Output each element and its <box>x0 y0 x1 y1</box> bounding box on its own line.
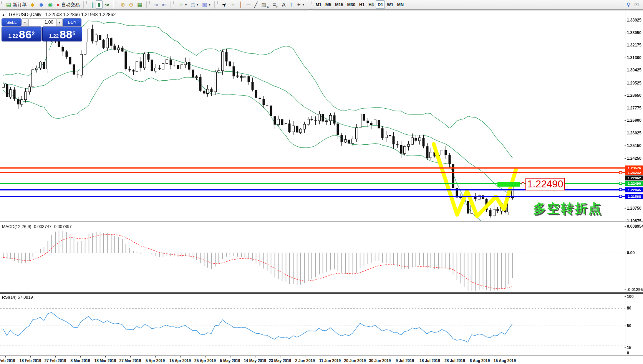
tf-mn-button[interactable]: MN <box>395 0 406 9</box>
indicators-button[interactable]: ＋▾ <box>176 0 189 9</box>
terminal-button[interactable]: ☻ <box>36 0 46 9</box>
hline-button[interactable]: ─ <box>245 0 252 9</box>
toolbar-drag-handle[interactable] <box>173 1 175 8</box>
rsi-indicator-label: RSI(14) 57.0819 <box>2 295 33 299</box>
date-axis-tick <box>405 356 405 357</box>
level-line-handle[interactable] <box>619 188 622 191</box>
level-line-handle[interactable] <box>619 195 622 198</box>
metaeditor-button[interactable]: ◆ <box>28 0 36 9</box>
turning-point-annotation[interactable]: 多空转折点 <box>533 200 602 217</box>
cursor-button[interactable]: ➤ <box>220 0 229 9</box>
volume-input[interactable]: 1.00 <box>28 18 56 26</box>
toolbar-separator <box>171 1 171 8</box>
vline-icon: │ <box>239 2 243 7</box>
toolbar-group: ⇥⇤ <box>151 0 169 10</box>
price-level-line[interactable] <box>0 167 625 169</box>
buy-button[interactable]: BUY <box>63 18 81 26</box>
volume-increase-button[interactable]: ▲ <box>56 18 63 26</box>
macd-pane-separator[interactable] <box>0 222 643 223</box>
periods-button[interactable]: ◷▾ <box>189 0 200 9</box>
tf-d1-button[interactable]: D1 <box>376 0 385 9</box>
templates-button[interactable]: ▧▾ <box>200 0 212 9</box>
timeframe-label: H1 <box>359 2 365 7</box>
tf-m30-button[interactable]: M30 <box>345 0 357 9</box>
sell-price-small: 1.22 <box>8 32 18 40</box>
indicators-icon: ＋ <box>178 2 184 7</box>
shapes-button[interactable]: ✦▾ <box>295 0 306 9</box>
fibonacci-button[interactable]: ≡F <box>271 0 280 9</box>
trendline-button[interactable]: ╱ <box>252 0 259 9</box>
price-level-line[interactable] <box>0 196 625 197</box>
sell-price-display[interactable]: 1.22 86 2 <box>2 26 41 41</box>
date-axis-label: 20 Jun 2019 <box>344 359 366 363</box>
toolbar-drag-handle[interactable] <box>149 1 151 8</box>
level-line-handle[interactable] <box>619 182 622 185</box>
tf-h1-button[interactable]: H1 <box>357 0 366 9</box>
toolbar-group: ➤＋│─╱▨E≡FAT✦▾ <box>219 0 307 10</box>
vline-button[interactable]: │ <box>237 0 245 9</box>
level-line-handle[interactable] <box>619 171 622 174</box>
rsi-pane-separator[interactable] <box>0 292 643 294</box>
tf-m1-button[interactable]: M1 <box>314 0 323 9</box>
date-axis-tick <box>505 356 505 357</box>
tf-h4-button[interactable]: H4 <box>366 0 376 9</box>
bar-chart-button[interactable]: ∥ <box>89 0 96 9</box>
toolbar-drag-handle[interactable] <box>86 1 88 8</box>
signals-button[interactable]: ◉ <box>46 0 55 9</box>
volume-decrease-button[interactable]: ▼ <box>22 18 28 26</box>
price-level-tag: 1.23232 <box>625 170 643 175</box>
toolbar-drag-handle[interactable] <box>115 1 117 8</box>
toolbar-drag-handle[interactable] <box>217 1 219 8</box>
buy-price-display[interactable]: 1.22 88 5 <box>42 26 82 41</box>
tile-windows-button[interactable]: ▦ <box>135 0 144 9</box>
chat-button[interactable]: ✉ <box>632 0 641 9</box>
line-chart-button[interactable]: ↝ <box>103 0 111 9</box>
tf-m5-button[interactable]: M5 <box>323 0 333 9</box>
signals-icon: ◉ <box>48 2 53 7</box>
label-button[interactable]: T <box>287 0 295 9</box>
sell-price-big: 86 <box>19 29 31 40</box>
toolbar-separator <box>214 1 215 8</box>
toolbar-drag-handle[interactable] <box>310 1 312 8</box>
toolbar: ▤新订单◆☻◉●自动交易∥▮↝⊕⊖▦⇥⇤＋▾◷▾▧▾➤＋│─╱▨E≡FAT✦▾M… <box>0 0 643 10</box>
callout-handle[interactable] <box>522 182 524 185</box>
date-axis-tick <box>205 356 205 357</box>
buy-price-small: 1.22 <box>49 32 59 40</box>
price-callout-label[interactable]: 1.22490 <box>525 178 565 190</box>
candlestick-button[interactable]: ▮ <box>96 0 103 9</box>
autotrading-button[interactable]: ●自动交易 <box>55 0 81 9</box>
date-axis-tick <box>130 356 131 357</box>
toolbar-group: M1M5M15M30H1H4D1W1MN <box>313 0 406 10</box>
chart-header: ▲ GBPUSD-,Daily 1.22503 1.22866 1.21938 … <box>2 12 116 17</box>
collapse-chart-icon[interactable]: ▲ <box>2 13 5 17</box>
chart-window[interactable]: ▲ GBPUSD-,Daily 1.22503 1.22866 1.21938 … <box>0 10 643 364</box>
sell-button[interactable]: SELL <box>2 18 22 26</box>
date-axis-tick <box>230 356 230 357</box>
zoom-in-button[interactable]: ⊕ <box>119 0 127 9</box>
date-axis-tick <box>455 356 455 357</box>
new-order-button[interactable]: ▤新订单 <box>4 0 28 9</box>
zoom-out-button[interactable]: ⊖ <box>127 0 136 9</box>
price-level-line[interactable] <box>0 172 625 173</box>
date-axis-label: 28 Jul 2019 <box>444 359 465 363</box>
text-button[interactable]: A <box>280 0 287 9</box>
shift-end-button[interactable]: ⇥ <box>152 0 161 9</box>
crosshair-button[interactable]: ＋ <box>228 0 237 9</box>
cursor-icon: ➤ <box>220 1 227 8</box>
toolbar-drag-handle[interactable] <box>1 1 3 8</box>
tf-m15-button[interactable]: M15 <box>333 0 345 9</box>
tf-w1-button[interactable]: W1 <box>385 0 395 9</box>
price-axis-label: 1.33925 <box>627 18 641 22</box>
green-highlight-bar[interactable] <box>497 182 520 187</box>
channel-button[interactable]: ▨E <box>259 0 271 9</box>
autotrading-icon: ● <box>56 2 60 7</box>
search-button[interactable]: ⚲ <box>625 0 632 9</box>
rsi-axis-label: 100 <box>627 294 634 299</box>
price-level-tag: 1.22862 <box>625 175 643 180</box>
price-axis-label: 1.30425 <box>627 68 641 72</box>
date-axis-tick <box>180 356 181 357</box>
date-axis-tick <box>355 356 355 357</box>
auto-scroll-button[interactable]: ⇤ <box>160 0 169 9</box>
toolbar-right: ⚲✉ <box>625 0 643 9</box>
macd-indicator-label: MACD(12,26,9) -0.003747 -0.007897 <box>2 224 72 229</box>
